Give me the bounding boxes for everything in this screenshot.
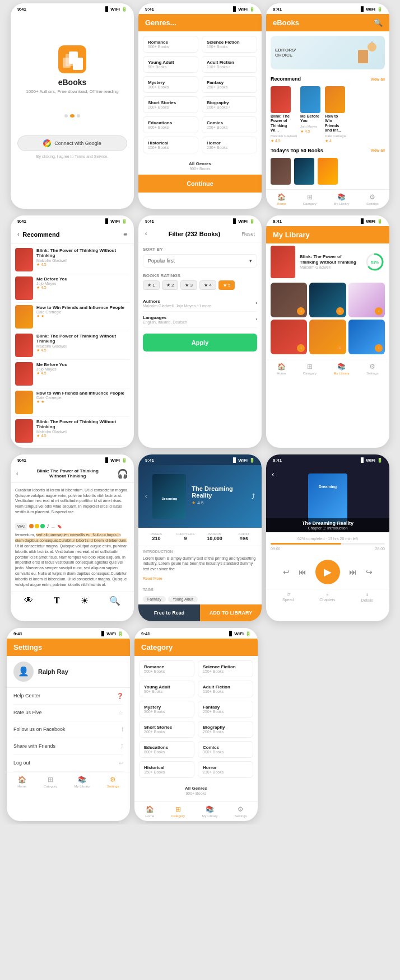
- genre-fantasy[interactable]: Fantasy 250+ Books: [202, 76, 257, 93]
- skip-back-icon[interactable]: ⏮: [299, 568, 306, 576]
- genre-scifi[interactable]: Science Fiction 150+ Books: [202, 36, 257, 53]
- nav-mylib[interactable]: 📚 My Library: [334, 363, 350, 375]
- bookmark-icon[interactable]: 🔖: [57, 524, 62, 529]
- rating-1[interactable]: ★ 1: [143, 280, 160, 290]
- nav-settings[interactable]: ⚙ Settings: [366, 193, 379, 205]
- back-button-filter[interactable]: ‹: [145, 231, 147, 237]
- headphones-icon[interactable]: 🎧: [117, 468, 128, 479]
- brightness-icon[interactable]: ☀: [81, 595, 89, 606]
- rec-item-3[interactable]: How to Win Friends and Influence People …: [15, 303, 129, 331]
- genre-biography[interactable]: Biography 200+ Books ›: [202, 96, 257, 113]
- google-signin-button[interactable]: G Connect with Google: [17, 135, 127, 151]
- rec-item-6[interactable]: How to Win Friends and Influence People …: [15, 388, 129, 417]
- read-more-link[interactable]: Read More: [143, 576, 162, 580]
- rating-3[interactable]: ★ 3: [180, 280, 197, 290]
- top50-book-3[interactable]: [318, 158, 338, 185]
- fast-fwd-icon[interactable]: ↪: [366, 568, 373, 576]
- speed-btn[interactable]: ⏱ Speed: [282, 593, 294, 602]
- editors-choice-banner[interactable]: EDITORS' CHOICE: [271, 36, 385, 69]
- rec-item-5[interactable]: Me Before You Jojo Moyes ★ 4.5: [15, 360, 129, 388]
- cat-mystery[interactable]: Mystery 300+ Books: [139, 701, 194, 718]
- cat-horror[interactable]: Horror 230+ Books: [198, 761, 253, 778]
- search-icon[interactable]: 🔍: [374, 18, 383, 27]
- lib-book-2[interactable]: ↓: [309, 283, 346, 317]
- top50-view-all[interactable]: View all: [370, 148, 385, 152]
- more-icon[interactable]: ...: [52, 524, 55, 529]
- play-button[interactable]: ▶: [315, 560, 340, 584]
- recommend-view-all[interactable]: View all: [370, 77, 385, 81]
- lib-book-5[interactable]: ↓: [309, 320, 346, 354]
- color-1[interactable]: [29, 524, 34, 528]
- nav-settings-cat[interactable]: ⚙ Settings: [235, 805, 247, 818]
- genre-historical[interactable]: Historical 150+ Books: [143, 137, 198, 153]
- nav-home-settings[interactable]: 🏠 Home: [17, 776, 26, 788]
- details-btn[interactable]: ℹ Details: [361, 593, 373, 602]
- nav-cat-active[interactable]: ⊞ Category: [171, 805, 185, 818]
- book-item-1[interactable]: Blink: The Power of Thinking Wi... Malco…: [271, 86, 297, 143]
- genre-horror[interactable]: Horror 230+ Books: [202, 137, 257, 153]
- rec-item-2[interactable]: Me Before You Jojo Moyes ★ 4.5: [15, 274, 129, 303]
- cat-youngadult[interactable]: Young Adult 90+ Books: [139, 681, 194, 697]
- back-button-rec[interactable]: ‹: [17, 231, 19, 237]
- top50-book-2[interactable]: [294, 158, 314, 185]
- back-btn-audio[interactable]: ‹: [272, 470, 275, 479]
- rec-item-1[interactable]: Blink: The Power of Thinking Without Thi…: [15, 246, 129, 274]
- nav-lib-settings[interactable]: 📚 My Library: [75, 776, 90, 788]
- rating-4[interactable]: ★ 4: [199, 280, 216, 290]
- apply-button[interactable]: Apply: [143, 334, 257, 351]
- genre-mystery[interactable]: Mystery 300+ Books: [143, 76, 198, 93]
- nav-settings-lib[interactable]: ⚙ Settings: [366, 363, 379, 375]
- nav-settings-active[interactable]: ⚙ Settings: [107, 776, 119, 788]
- nav-category[interactable]: ⊞ Category: [303, 193, 317, 205]
- skip-fwd-icon[interactable]: ⏭: [349, 568, 357, 576]
- nav-cat-settings[interactable]: ⊞ Category: [44, 776, 57, 788]
- rating-2[interactable]: ★ 2: [162, 280, 179, 290]
- lib-book-4[interactable]: ↓: [271, 320, 307, 354]
- share-icon[interactable]: ⤴: [47, 524, 49, 529]
- cat-adultfiction[interactable]: Adult Fiction 110+ Books: [198, 681, 253, 697]
- cat-historical[interactable]: Historical 150+ Books: [139, 761, 194, 778]
- cat-comics[interactable]: Comics 300+ Books: [198, 741, 253, 758]
- tag-fantasy[interactable]: Fantasy: [143, 596, 166, 602]
- genre-comics[interactable]: Comics 250+ Books: [202, 116, 257, 133]
- share-icon-detail[interactable]: ⤴: [252, 493, 255, 500]
- all-genres[interactable]: All Genres900+ Books: [138, 158, 262, 175]
- search-text-icon[interactable]: 🔍: [109, 595, 120, 606]
- settings-facebook[interactable]: Follow us on Facebook f: [13, 721, 123, 738]
- languages-filter-row[interactable]: Languages English, Italiano, Deutsch ›: [143, 312, 257, 328]
- settings-rate[interactable]: Rate us Five ☆: [13, 705, 123, 721]
- nav-library[interactable]: 📚 My Library: [334, 193, 350, 205]
- authors-filter-row[interactable]: Authors Malcolm Gladwell, Jojo Moyes +1 …: [143, 296, 257, 312]
- settings-logout[interactable]: Log out ↩: [13, 755, 123, 772]
- cat-biography[interactable]: Biography 200+ Books: [198, 721, 253, 738]
- eye-icon[interactable]: 👁: [24, 595, 33, 606]
- sort-select[interactable]: Popular first ▾: [143, 254, 257, 268]
- nav-home-lib[interactable]: 🏠 Home: [277, 363, 286, 375]
- reset-button[interactable]: Reset: [241, 231, 255, 237]
- lib-book-1[interactable]: ↓: [271, 283, 307, 317]
- genre-adultfiction[interactable]: Adult Fiction 110+ Books ›: [202, 56, 257, 73]
- book-item-3[interactable]: How to Win Friends and Inf... Dale Carne…: [325, 86, 346, 143]
- rec-item-7[interactable]: Blink: The Power of Thinking Without Thi…: [15, 417, 129, 446]
- chapters-btn[interactable]: ≡ Chapters: [319, 593, 335, 602]
- rating-5[interactable]: ★ 5: [218, 280, 235, 290]
- back-btn-detail[interactable]: ‹: [145, 493, 147, 499]
- free-read-button[interactable]: Free to Read: [138, 604, 200, 621]
- lib-book-3[interactable]: ↓: [348, 283, 385, 317]
- font-icon[interactable]: 𝐓: [54, 595, 60, 606]
- settings-help[interactable]: Help Center ❓: [13, 688, 123, 705]
- cat-shortstories[interactable]: Short Stories 200+ Books: [139, 721, 194, 738]
- color-3[interactable]: [40, 524, 45, 528]
- back-btn-text[interactable]: ‹: [16, 471, 18, 477]
- nav-lib-cat[interactable]: 📚 My Library: [202, 805, 218, 818]
- nav-cat-lib[interactable]: ⊞ Category: [303, 363, 317, 375]
- rec-item-4[interactable]: Blink: The Power of Thinking Without Thi…: [15, 331, 129, 360]
- filter-icon[interactable]: ≡: [123, 231, 127, 238]
- tag-youngadult[interactable]: Young Adult: [168, 596, 198, 602]
- cat-scifi[interactable]: Science Fiction 150+ Books: [198, 660, 253, 677]
- book-item-2[interactable]: Me Before You Jojo Moyes ★ 4.5: [300, 86, 322, 143]
- genre-education[interactable]: Educations 800+ Books: [143, 116, 198, 133]
- all-genres-cat[interactable]: All Genres900+ Books: [134, 782, 258, 799]
- cat-fantasy[interactable]: Fantasy 250+ Books: [198, 701, 253, 718]
- genre-youngadult[interactable]: Young Adult 90+ Books: [143, 56, 198, 73]
